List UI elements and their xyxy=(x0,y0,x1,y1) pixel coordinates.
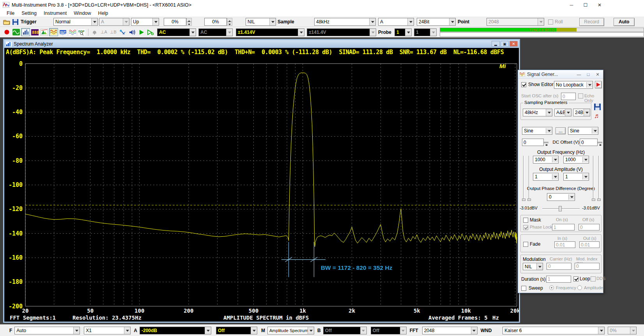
range-b-combo: ±141.4V xyxy=(307,28,376,36)
modulation-type-combo[interactable]: NIL xyxy=(523,263,543,270)
probe-calibration-icon[interactable] xyxy=(118,28,127,36)
amplitude-b-combo[interactable]: 1 xyxy=(563,173,589,181)
loopback-combo[interactable]: No Loopback xyxy=(554,81,593,89)
menu-help[interactable]: Help xyxy=(95,11,112,16)
output-phase-label: Output Phase Difference (Degree) xyxy=(518,186,604,191)
dc-offset-b-spinner[interactable] xyxy=(598,139,602,146)
frequency-b-slider[interactable] xyxy=(593,156,594,201)
frequency-a-combo[interactable]: 1000 xyxy=(533,156,559,164)
slider-thumb[interactable] xyxy=(592,199,595,201)
window-function-combo[interactable]: Kaiser 6 xyxy=(502,327,605,334)
generator-close-button[interactable]: ✕ xyxy=(593,70,602,79)
multimeter-icon[interactable]: 888 xyxy=(30,28,39,36)
dropdown-arrow xyxy=(568,194,575,200)
generator-run-button[interactable] xyxy=(595,81,602,88)
level-right-label: -3.01dBV xyxy=(582,206,600,210)
coupling-a-combo[interactable]: AC xyxy=(157,28,196,36)
note-editor-icon[interactable]: ♬ xyxy=(594,112,601,120)
derived-spectrum-icon[interactable] xyxy=(68,28,77,36)
generator-maximize-button[interactable]: □ xyxy=(584,70,593,79)
gen-channels-combo[interactable]: A&B xyxy=(554,109,571,116)
sample-channel-combo[interactable]: A xyxy=(378,18,414,26)
more-waveform-button[interactable]: ... xyxy=(556,127,566,134)
trigger-coupling-combo[interactable]: NIL xyxy=(246,18,276,26)
signal-generator-icon[interactable] xyxy=(49,28,58,36)
spectrum-minimize-button[interactable]: ▂ xyxy=(492,41,500,47)
oscilloscope-icon[interactable] xyxy=(12,28,21,36)
phase-difference-combo[interactable]: 0 xyxy=(547,193,575,201)
ddp-viewer-icon[interactable]: DDP xyxy=(77,28,86,36)
window-maximize-button[interactable]: ☐ xyxy=(579,0,593,10)
waveform-a-combo[interactable]: Sine xyxy=(522,127,552,135)
window-close-button[interactable]: ✕ xyxy=(593,0,607,10)
wnd-label: WND xyxy=(481,328,492,333)
mask-checkbox[interactable] xyxy=(523,218,528,223)
record-icon[interactable] xyxy=(2,28,11,36)
menu-instrument[interactable]: Instrument xyxy=(40,11,70,16)
window-minimize-button[interactable]: ─ xyxy=(564,0,579,10)
generator-save-icon[interactable] xyxy=(594,104,601,110)
frequency-a-slider[interactable] xyxy=(523,156,524,201)
waveform-b-combo[interactable]: Sine xyxy=(568,127,598,135)
run-icon[interactable] xyxy=(137,28,146,36)
spectrum-analyzer-icon[interactable] xyxy=(21,28,30,36)
menu-file[interactable]: File xyxy=(3,11,18,16)
fft-size-combo[interactable]: 2048 xyxy=(422,327,478,334)
menu-window[interactable]: Window xyxy=(70,11,94,16)
sweep-checkbox[interactable] xyxy=(521,286,526,291)
open-file-icon[interactable] xyxy=(3,19,11,25)
probe-a-combo[interactable]: 1 xyxy=(395,28,412,36)
trigger-level-spinner[interactable]: 0% xyxy=(164,18,192,26)
measurement-readout: A(dBFS)A: Peak Frequency= 1.0000 kHz THD… xyxy=(4,48,519,56)
dropdown-arrow xyxy=(592,128,598,134)
trigger-mode-combo[interactable]: Normal xyxy=(53,18,98,26)
dc-offset-a-spinner[interactable] xyxy=(544,139,548,146)
balance-slider-thumb[interactable] xyxy=(559,206,562,211)
spectrum-3d-icon[interactable] xyxy=(40,28,49,36)
spectrum-plot[interactable]: 0-20-40-60-80-100-120-140-160-180-200205… xyxy=(4,56,519,314)
gen-rate-combo[interactable]: 48kHz xyxy=(523,109,552,116)
bit-depth-combo[interactable]: 24Bit xyxy=(417,18,456,26)
fade-checkbox[interactable] xyxy=(523,242,528,247)
dc-offset-a-input[interactable]: 0 xyxy=(522,139,544,146)
slider-thumb[interactable] xyxy=(522,199,525,201)
generator-minimize-button[interactable]: — xyxy=(574,70,584,79)
spectrum-close-button[interactable]: ✕ xyxy=(510,41,518,47)
ground-b-icon: ⊥B xyxy=(109,28,118,36)
x-zoom-combo[interactable]: X1 xyxy=(84,327,131,334)
amplitude-a-slider[interactable] xyxy=(529,156,530,201)
gen-bits-combo[interactable]: 24Bit xyxy=(573,109,590,116)
menu-setting[interactable]: Setting xyxy=(18,11,40,16)
dropdown-arrow xyxy=(546,128,552,134)
range-a-combo[interactable]: ±1.414V xyxy=(236,28,304,36)
amplitude-b-slider[interactable] xyxy=(598,156,600,201)
loop-checkbox[interactable] xyxy=(573,276,579,281)
trigger-edge-combo[interactable]: Up xyxy=(131,18,159,26)
freq-axis-mode-combo[interactable]: Auto xyxy=(14,327,80,334)
probe-b-combo: 1 xyxy=(414,28,437,36)
auto-button[interactable]: Auto xyxy=(614,18,635,26)
dc-offset-b-input[interactable]: 0 xyxy=(580,139,598,146)
spectrum-maximize-button[interactable]: ▣ xyxy=(501,41,509,47)
sound-output-icon[interactable] xyxy=(127,28,136,36)
run-loop-icon[interactable] xyxy=(146,28,155,36)
slider-thumb[interactable] xyxy=(527,199,531,201)
dropdown-arrow xyxy=(630,327,636,334)
slider-thumb[interactable] xyxy=(597,199,601,201)
save-icon[interactable] xyxy=(12,19,18,25)
display-mode-combo[interactable]: Amplitude Spectrum xyxy=(267,327,314,334)
b-range-combo: Off xyxy=(323,327,367,334)
generator-title-bar[interactable]: Signal Gener... — □ ✕ xyxy=(518,70,603,79)
a-range-combo[interactable]: -200dB xyxy=(140,327,211,334)
a-reference-combo[interactable]: Off xyxy=(216,327,257,334)
mask-off-input: 0 xyxy=(579,224,600,230)
amplitude-a-combo[interactable]: 1 xyxy=(533,173,559,181)
dropdown-arrow xyxy=(205,327,211,334)
spectrum-window-title-bar[interactable]: Spectrum Analyzer ▂ ▣ ✕ xyxy=(4,40,519,48)
dut-icon[interactable]: DUT xyxy=(58,28,67,36)
show-editor-checkbox[interactable] xyxy=(521,82,526,87)
dds-label: DDS xyxy=(596,276,605,281)
sample-rate-combo[interactable]: 48kHz xyxy=(314,18,376,26)
trigger-delay-spinner[interactable]: 0% xyxy=(204,18,232,26)
frequency-b-combo[interactable]: 1000 xyxy=(563,156,589,164)
